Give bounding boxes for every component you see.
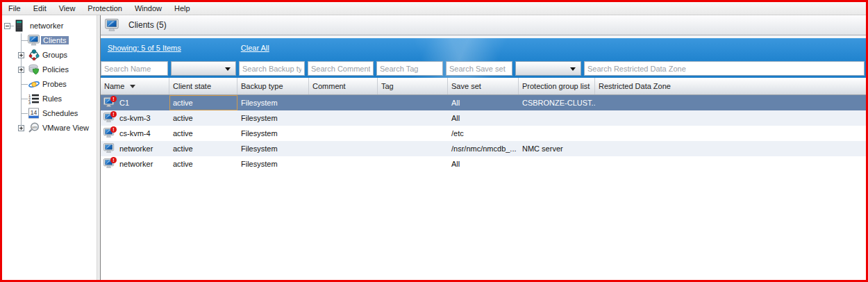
menu-view[interactable]: View bbox=[53, 3, 82, 14]
clear-all-link[interactable]: Clear All bbox=[241, 44, 269, 52]
client-monitor-icon: ! bbox=[103, 158, 115, 169]
tree-item-clients[interactable]: Clients bbox=[2, 33, 97, 48]
client-monitor-icon: ! bbox=[103, 128, 115, 139]
alert-badge-icon: ! bbox=[110, 96, 117, 102]
svg-text:3: 3 bbox=[28, 101, 31, 105]
tree-item-vmware-view[interactable]: vm VMware View bbox=[2, 121, 97, 135]
column-header-backup-type[interactable]: Backup type bbox=[237, 78, 309, 94]
collapse-icon[interactable] bbox=[4, 23, 10, 29]
table-row[interactable]: ! cs-kvm-4 active Filesystem /etc bbox=[101, 126, 866, 141]
schedules-calendar-icon: 14 bbox=[28, 108, 40, 119]
networker-console-window: File Edit View Protection Window Help bbox=[0, 0, 868, 282]
groups-icon bbox=[28, 49, 40, 61]
page-title: Clients (5) bbox=[128, 20, 167, 30]
column-header-tag[interactable]: Tag bbox=[378, 78, 448, 94]
column-header-name[interactable]: Name bbox=[101, 78, 169, 94]
table-row[interactable]: networker active Filesystem /nsr/nmc/nmc… bbox=[101, 141, 866, 156]
menu-window[interactable]: Window bbox=[128, 3, 168, 14]
search-backup-type-input[interactable] bbox=[239, 61, 305, 76]
tree-item-label: Groups bbox=[42, 51, 67, 59]
navigation-tree: networker Clients bbox=[2, 15, 97, 280]
column-header-protection-group-list[interactable]: Protection group list bbox=[519, 78, 595, 94]
expand-icon[interactable] bbox=[18, 125, 24, 131]
menu-file[interactable]: File bbox=[2, 3, 27, 14]
clients-monitor-icon bbox=[28, 35, 40, 47]
tree-item-rules[interactable]: 1 2 3 Rules bbox=[2, 92, 97, 106]
filter-panel: Showing: 5 of 5 Items Clear All bbox=[101, 38, 866, 78]
table-row[interactable]: ! networker active Filesystem All bbox=[101, 156, 866, 172]
vmware-magnifier-icon: vm bbox=[28, 122, 40, 134]
menu-bar: File Edit View Protection Window Help bbox=[2, 2, 866, 15]
probes-icon bbox=[28, 78, 40, 90]
policies-icon bbox=[28, 64, 40, 76]
clients-table: ! C1 active Filesystem All CSBRONZE-CLUS… bbox=[101, 95, 866, 172]
tree-item-label: VMware View bbox=[42, 124, 89, 132]
server-icon bbox=[13, 19, 26, 31]
tree-item-label: Clients bbox=[41, 36, 69, 44]
tree-item-probes[interactable]: Probes bbox=[2, 77, 97, 92]
column-header-restricted-data-zone[interactable]: Restricted Data Zone bbox=[595, 78, 866, 94]
table-row[interactable]: ! cs-kvm-3 active Filesystem All bbox=[101, 110, 866, 126]
search-save-set-input[interactable] bbox=[446, 61, 512, 76]
menu-help[interactable]: Help bbox=[168, 3, 197, 14]
client-state-cell: active bbox=[169, 95, 237, 110]
expand-icon[interactable] bbox=[18, 67, 24, 73]
tree-item-policies[interactable]: Policies bbox=[2, 63, 97, 77]
tree-item-label: Schedules bbox=[42, 109, 78, 117]
column-header-client-state[interactable]: Client state bbox=[169, 78, 237, 94]
alert-badge-icon: ! bbox=[110, 111, 117, 117]
svg-text:vm: vm bbox=[32, 125, 37, 129]
menu-edit[interactable]: Edit bbox=[27, 3, 53, 14]
search-name-input[interactable] bbox=[101, 61, 168, 76]
client-monitor-icon bbox=[103, 143, 115, 154]
menu-protection[interactable]: Protection bbox=[81, 3, 128, 14]
svg-text:14: 14 bbox=[31, 109, 37, 116]
alert-badge-icon: ! bbox=[110, 157, 117, 163]
search-tag-input[interactable] bbox=[376, 61, 443, 76]
tree-item-label: Probes bbox=[42, 80, 67, 88]
clients-monitor-icon bbox=[105, 19, 119, 32]
client-monitor-icon: ! bbox=[103, 113, 115, 124]
tree-item-networker[interactable]: networker bbox=[2, 19, 97, 33]
search-restricted-data-zone-input[interactable] bbox=[584, 61, 865, 76]
view-header: Clients (5) bbox=[101, 15, 866, 35]
column-header-save-set[interactable]: Save set bbox=[448, 78, 519, 94]
tree-item-label: Policies bbox=[42, 65, 69, 74]
showing-items-link[interactable]: Showing: 5 of 5 Items bbox=[108, 44, 181, 52]
client-state-filter-dropdown[interactable] bbox=[171, 61, 236, 76]
expand-icon[interactable] bbox=[18, 52, 24, 58]
sort-desc-icon bbox=[130, 85, 135, 88]
table-header: Name Client state Backup type Comment Ta… bbox=[101, 78, 866, 95]
empty-table-area bbox=[101, 172, 866, 280]
tree-item-label: networker bbox=[30, 22, 63, 30]
tree-item-groups[interactable]: Groups bbox=[2, 48, 97, 63]
rules-icon: 1 2 3 bbox=[28, 93, 40, 105]
alert-badge-icon: ! bbox=[110, 126, 117, 133]
column-header-comment[interactable]: Comment bbox=[309, 78, 378, 94]
tree-item-schedules[interactable]: 14 Schedules bbox=[2, 106, 97, 121]
client-monitor-icon: ! bbox=[103, 97, 115, 108]
table-row[interactable]: ! C1 active Filesystem All CSBRONZE-CLUS… bbox=[101, 95, 866, 110]
search-comment-input[interactable] bbox=[308, 61, 374, 76]
tree-item-label: Rules bbox=[42, 94, 62, 103]
protection-group-filter-dropdown[interactable] bbox=[515, 61, 581, 76]
